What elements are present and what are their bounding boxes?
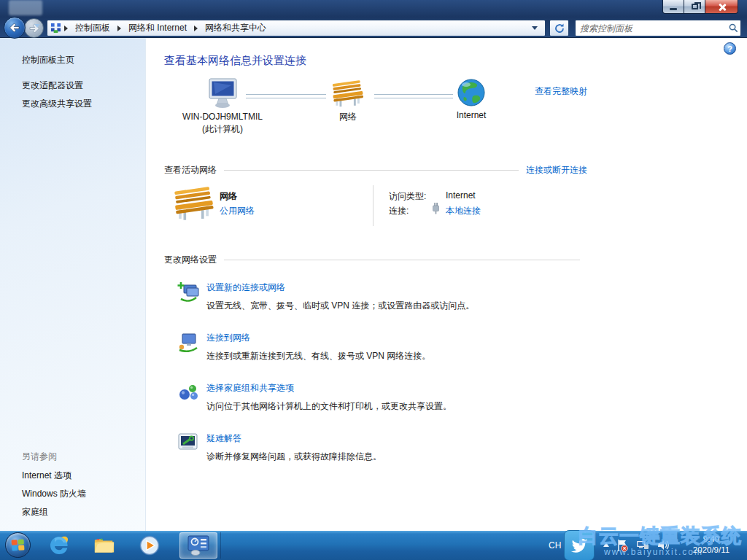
local-area-connection-link[interactable]: 本地连接 [446, 205, 481, 217]
new-connection-icon [177, 281, 199, 302]
show-hidden-icons-button[interactable] [603, 542, 609, 547]
breadcrumb-chevron-icon [194, 26, 198, 31]
section-divider [224, 170, 519, 171]
forward-button-disabled [24, 18, 44, 38]
ethernet-plug-icon [431, 202, 441, 215]
sidebar-item-internet-options[interactable]: Internet 选项 [22, 470, 71, 482]
connect-to-network-desc: 连接到或重新连接到无线、有线、拨号或 VPN 网络连接。 [206, 350, 587, 362]
sidebar: 控制面板主页 更改适配器设置 更改高级共享设置 另请参阅 Internet 选项… [0, 38, 146, 531]
sidebar-see-also-header: 另请参阅 [22, 451, 57, 463]
sidebar-item-windows-firewall[interactable]: Windows 防火墙 [22, 488, 86, 500]
windows-explorer-icon[interactable] [93, 534, 115, 556]
setup-new-connection-desc: 设置无线、宽带、拨号、临时或 VPN 连接；或设置路由器或访问点。 [206, 300, 587, 312]
network-bench-icon [331, 79, 365, 109]
map-node-computer[interactable]: WIN-DOJH9MLTMIL (此计算机) [164, 78, 281, 136]
troubleshoot-link[interactable]: 疑难解答 [206, 432, 241, 445]
restore-icon [692, 4, 698, 9]
sidebar-item-change-adapter-settings[interactable]: 更改适配器设置 [22, 79, 83, 92]
clock-date: 2020/9/11 [681, 545, 742, 556]
internet-explorer-icon[interactable] [48, 534, 70, 556]
search-icon[interactable] [726, 23, 740, 33]
page-title: 查看基本网络信息并设置连接 [164, 54, 587, 68]
media-player-icon[interactable] [139, 534, 160, 556]
address-dropdown-icon[interactable] [532, 26, 538, 30]
language-indicator[interactable]: CH [549, 540, 561, 551]
network-map: WIN-DOJH9MLTMIL (此计算机) [164, 78, 587, 154]
map-connection-line [246, 94, 326, 98]
network-tray-icon[interactable] [636, 539, 649, 552]
search-box [575, 20, 741, 36]
connect-to-network-link[interactable]: 连接到网络 [206, 332, 250, 344]
tray-clock[interactable]: 9:40 2020/9/11 [681, 534, 742, 556]
clock-time: 9:40 [681, 534, 742, 545]
active-networks-header-row: 查看活动网络 连接或断开连接 [164, 164, 587, 176]
active-network-name: 网络 [220, 190, 237, 203]
active-networks-header: 查看活动网络 [164, 164, 217, 176]
breadcrumb-bar[interactable]: 控制面板 网络和 Internet 网络和共享中心 [47, 20, 546, 36]
homegroup-options-desc: 访问位于其他网络计算机上的文件和打印机，或更改共享设置。 [206, 400, 587, 413]
computer-name-label: WIN-DOJH9MLTMIL [164, 111, 281, 123]
breadcrumb-network-sharing-center[interactable]: 网络和共享中心 [201, 20, 271, 36]
network-settings-header: 更改网络设置 [164, 254, 217, 266]
back-button[interactable] [4, 17, 26, 39]
restore-button[interactable] [684, 0, 705, 14]
connections-label: 连接: [389, 205, 409, 217]
help-icon[interactable]: ? [724, 42, 736, 55]
homegroup-options-link[interactable]: 选择家庭组和共享选项 [206, 382, 294, 394]
minimize-icon [670, 8, 677, 10]
computer-icon [205, 78, 240, 109]
window-controls [662, 0, 738, 14]
start-button[interactable] [5, 532, 31, 558]
action-center-flag-icon[interactable] [616, 539, 628, 552]
taskbar-separator [220, 532, 221, 559]
volume-tray-icon[interactable] [657, 539, 670, 551]
window-icon-glow [9, 0, 42, 15]
map-connection-line [374, 94, 453, 98]
access-type-label: 访问类型: [389, 190, 426, 203]
taskbar: CH 9:40 2020/9/11 [0, 531, 747, 560]
active-network-panel: 网络 公用网络 访问类型: Internet 连接: 本地连接 [164, 181, 587, 244]
setting-row-new-connection: 设置新的连接或网络 设置无线、宽带、拨号、临时或 VPN 连接；或设置路由器或访… [164, 281, 587, 316]
setting-row-connect: 连接到网络 连接到或重新连接到无线、有线、拨号或 VPN 网络连接。 [164, 332, 587, 367]
sidebar-item-control-panel-home[interactable]: 控制面板主页 [22, 54, 74, 66]
sidebar-item-homegroup[interactable]: 家庭组 [22, 506, 48, 518]
connect-disconnect-link[interactable]: 连接或断开连接 [526, 164, 587, 176]
refresh-button[interactable] [549, 20, 569, 36]
tray-app-bird-icon[interactable] [564, 530, 595, 560]
see-full-map-link[interactable]: 查看完整映射 [535, 85, 587, 98]
back-arrow-icon [9, 22, 20, 34]
windows-logo-icon [11, 539, 24, 551]
breadcrumb-chevron-icon [64, 26, 68, 31]
network-map-icon [50, 23, 61, 34]
access-type-value: Internet [446, 190, 476, 201]
map-node-network[interactable]: 网络 [319, 79, 377, 123]
computer-sub-label: (此计算机) [164, 123, 281, 136]
setup-new-connection-link[interactable]: 设置新的连接或网络 [206, 281, 285, 294]
network-settings-header-row: 更改网络设置 [164, 254, 587, 266]
breadcrumb-chevron-icon [117, 26, 121, 31]
main-content: ? 查看基本网络信息并设置连接 WIN-DOJH9MLTMIL (此计算机) [146, 38, 747, 531]
breadcrumb-control-panel[interactable]: 控制面板 [71, 20, 115, 36]
troubleshoot-desc: 诊断并修复网络问题，或获得故障排除信息。 [206, 451, 587, 463]
close-icon [718, 3, 726, 11]
public-network-link[interactable]: 公用网络 [220, 205, 255, 217]
control-panel-taskbar-button-active[interactable] [179, 532, 217, 559]
section-divider [224, 260, 580, 260]
recent-pages-dropdown[interactable] [34, 24, 40, 28]
internet-globe-icon [457, 78, 486, 107]
internet-node-label: Internet [443, 109, 500, 122]
close-button[interactable] [705, 0, 738, 14]
control-panel-icon [186, 534, 211, 556]
refresh-icon [554, 23, 565, 34]
sidebar-item-change-advanced-sharing[interactable]: 更改高级共享设置 [22, 98, 92, 110]
network-node-label: 网络 [319, 111, 377, 123]
troubleshoot-icon [177, 432, 199, 453]
connect-to-network-icon [177, 332, 199, 352]
setting-row-troubleshoot: 疑难解答 诊断并修复网络问题，或获得故障排除信息。 [164, 432, 587, 467]
breadcrumb-network-internet[interactable]: 网络和 Internet [124, 20, 191, 36]
minimize-button[interactable] [662, 0, 684, 14]
search-input[interactable] [576, 23, 726, 34]
window-titlebar: 控制面板 网络和 Internet 网络和共享中心 [0, 0, 747, 38]
map-node-internet[interactable]: Internet [443, 78, 500, 122]
homegroup-sharing-icon [177, 382, 199, 402]
